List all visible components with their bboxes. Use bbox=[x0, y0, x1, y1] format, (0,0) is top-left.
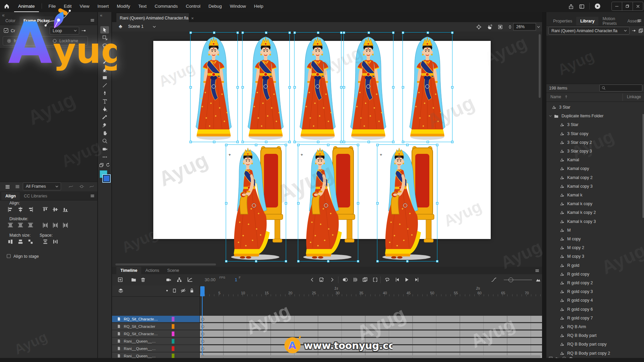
layer-name[interactable]: Rani__Queen__… bbox=[124, 347, 156, 351]
tab-close-icon[interactable]: × bbox=[191, 16, 194, 21]
selection-handle[interactable] bbox=[255, 144, 257, 146]
tab-motion-presets[interactable]: Motion Presets bbox=[598, 17, 623, 25]
selection-handle[interactable] bbox=[241, 32, 244, 34]
library-item-label[interactable]: RQ B Body part copy 2 bbox=[567, 351, 610, 356]
fps-value[interactable]: 30.00 bbox=[205, 277, 216, 282]
modify-markers-icon[interactable] bbox=[372, 277, 378, 283]
loop-dropdown[interactable]: Loop bbox=[50, 27, 79, 35]
selection-handle[interactable] bbox=[241, 86, 244, 88]
selection-handle[interactable] bbox=[236, 86, 239, 88]
layer-color-swatch[interactable] bbox=[172, 317, 174, 321]
graph-editor-icon[interactable] bbox=[187, 277, 193, 283]
library-item-row[interactable]: R gold copy 3 bbox=[546, 287, 644, 296]
delete-layer-icon[interactable] bbox=[140, 277, 146, 283]
panel-menu-icon[interactable] bbox=[89, 17, 95, 23]
selection-handle[interactable] bbox=[190, 86, 192, 88]
library-item-label[interactable]: R gold copy 6 bbox=[567, 307, 593, 312]
selection-handle[interactable] bbox=[392, 86, 394, 88]
tool-hand[interactable] bbox=[100, 129, 109, 137]
frames-filter-dropdown[interactable]: All Frames bbox=[23, 182, 61, 190]
transform-point[interactable] bbox=[366, 84, 370, 88]
color-swatch-front[interactable] bbox=[102, 174, 111, 183]
selection-handle[interactable] bbox=[357, 144, 359, 146]
selection-handle[interactable] bbox=[427, 141, 429, 143]
home-icon[interactable] bbox=[3, 2, 11, 10]
selection-handle[interactable] bbox=[451, 86, 453, 88]
insert-keyframe-icon[interactable] bbox=[319, 277, 325, 283]
library-item-label[interactable]: M bbox=[567, 228, 571, 233]
share-icon[interactable] bbox=[568, 3, 574, 10]
tool-text[interactable] bbox=[100, 98, 109, 105]
selection-handle[interactable] bbox=[255, 260, 257, 262]
library-item-row[interactable]: Kamal copy 3 bbox=[546, 182, 644, 191]
match-width-button[interactable] bbox=[7, 239, 15, 246]
library-item-row[interactable]: R gold copy bbox=[546, 270, 644, 279]
selection-bounding-box[interactable] bbox=[226, 144, 286, 261]
stage-hscrollbar[interactable] bbox=[115, 263, 216, 265]
selection-bounding-box[interactable] bbox=[377, 144, 437, 261]
selection-handle[interactable] bbox=[406, 144, 409, 146]
selection-handle[interactable] bbox=[288, 32, 291, 34]
distribute-top-button[interactable] bbox=[7, 222, 15, 230]
stage-viewport[interactable]: +++ bbox=[112, 32, 542, 267]
selection-handle[interactable] bbox=[265, 32, 267, 34]
timeline-zoom-fit-icon[interactable] bbox=[535, 277, 541, 283]
tab-library[interactable]: Library bbox=[576, 17, 598, 25]
library-item-row[interactable]: RQ B Body part copy bbox=[546, 340, 644, 349]
library-item-label[interactable]: M copy bbox=[567, 237, 581, 241]
library-item-label[interactable]: Kamal bbox=[567, 158, 579, 162]
library-item-row[interactable]: M copy 3 bbox=[546, 252, 644, 261]
selection-handle[interactable] bbox=[406, 260, 409, 262]
step-forward-icon[interactable] bbox=[414, 277, 420, 283]
library-item-row[interactable]: Kamal copy 2 bbox=[546, 173, 644, 182]
transform-point[interactable] bbox=[316, 84, 320, 88]
selection-handle[interactable] bbox=[340, 32, 342, 34]
library-column-name[interactable]: Name bbox=[550, 95, 561, 99]
tab-properties[interactable]: Properties bbox=[549, 17, 576, 25]
layer-color-swatch[interactable] bbox=[172, 339, 174, 344]
selection-handle[interactable] bbox=[402, 86, 404, 88]
library-item-row[interactable]: Kamal copy bbox=[546, 164, 644, 173]
align-top-button[interactable] bbox=[42, 206, 50, 214]
onion-skin-outlines-icon[interactable] bbox=[352, 277, 358, 283]
layer-name[interactable]: RQ_Sit_Characte… bbox=[124, 317, 158, 321]
selection-handle[interactable] bbox=[402, 32, 404, 34]
library-column-linkage[interactable]: Linkage bbox=[627, 95, 641, 99]
loop-icon[interactable] bbox=[384, 277, 390, 283]
frame-row[interactable] bbox=[200, 323, 542, 329]
library-item-row[interactable]: 3 Star copy bbox=[546, 129, 644, 138]
transform-point[interactable] bbox=[252, 203, 256, 207]
frame-row[interactable] bbox=[200, 345, 542, 352]
selection-handle[interactable] bbox=[213, 141, 215, 143]
align-center-v-button[interactable] bbox=[52, 206, 60, 214]
panel-menu-icon[interactable] bbox=[534, 267, 540, 274]
selection-bounding-box[interactable] bbox=[298, 144, 358, 261]
edit-scene-icon[interactable]: ♣ bbox=[119, 23, 122, 29]
tool-eraser[interactable] bbox=[100, 66, 109, 73]
selection-handle[interactable] bbox=[225, 144, 227, 146]
library-item-row[interactable]: M bbox=[546, 226, 644, 235]
layer-color-swatch[interactable] bbox=[172, 354, 174, 358]
selection-handle[interactable] bbox=[436, 260, 438, 262]
library-item-row[interactable]: M copy 2 bbox=[546, 243, 644, 252]
selection-handle[interactable] bbox=[265, 141, 267, 143]
library-item-label[interactable]: Kamal k copy 2 bbox=[567, 210, 596, 215]
library-item-label[interactable]: 3 Star copy bbox=[567, 131, 588, 136]
library-item-row[interactable]: R gold bbox=[546, 261, 644, 270]
zoom-stepper-icon[interactable] bbox=[507, 24, 513, 30]
library-item-label[interactable]: R gold copy bbox=[567, 272, 589, 277]
library-vscrollbar[interactable] bbox=[643, 114, 644, 218]
play-icon[interactable] bbox=[404, 277, 410, 283]
selection-handle[interactable] bbox=[368, 32, 370, 34]
library-search-input[interactable] bbox=[599, 84, 642, 92]
menu-text[interactable]: Text bbox=[134, 0, 151, 12]
library-item-row[interactable]: RQ B Body part copy 2 bbox=[546, 349, 644, 356]
selection-handle[interactable] bbox=[343, 141, 345, 143]
selection-handle[interactable] bbox=[236, 32, 239, 34]
selection-handle[interactable] bbox=[293, 32, 296, 34]
tab-cc-libraries[interactable]: CC Libraries bbox=[20, 192, 51, 200]
selection-handle[interactable] bbox=[436, 202, 438, 204]
tool-lasso[interactable] bbox=[100, 42, 109, 49]
selection-handle[interactable] bbox=[376, 202, 379, 204]
timeline-zoom-slider-knob[interactable] bbox=[508, 278, 513, 282]
